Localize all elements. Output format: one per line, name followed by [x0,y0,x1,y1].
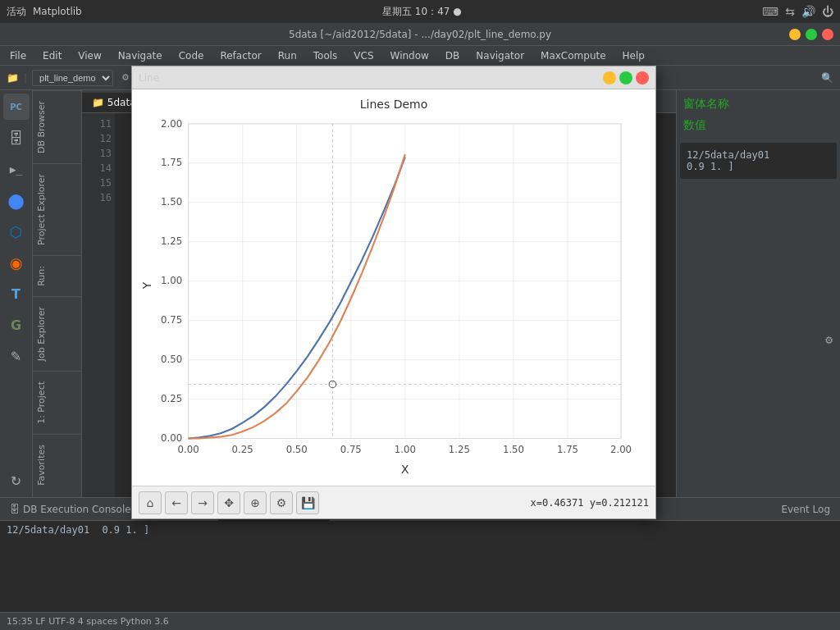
svg-text:1.50: 1.50 [161,196,182,208]
sidebar-icon-typora[interactable]: T [3,281,30,307]
side-tab-favorites[interactable]: Favorites [33,434,81,495]
status-left: 15:35 LF UTF-8 4 spaces Python 3.6 [7,616,169,627]
dialog-maximize-button[interactable] [619,71,632,84]
left-panel: DB Browser Project Explorer Run: Job Exp… [33,90,82,497]
chart-svg: 0.00 0.25 0.50 0.75 1.00 1.25 1.50 1.75 … [140,114,647,483]
chart-area: Lines Demo 0.00 0. [132,89,655,486]
system-bar-left: 活动 Matplotlib [7,5,82,19]
menu-refactor[interactable]: Refactor [213,48,267,63]
system-bar-right: ⌨ ⇆ 🔊 ⏻ [762,5,833,18]
side-tab-run[interactable]: Run: [33,255,81,296]
dialog-toolbar-left: ⌂ ← → ✥ ⊕ ⚙ 💾 [139,491,319,514]
menu-view[interactable]: View [71,48,107,63]
side-tab-db-browser[interactable]: DB Browser [33,90,81,163]
right-label-windowname: 窗体名称 [683,97,833,112]
menu-window[interactable]: Window [384,48,436,63]
svg-text:1.75: 1.75 [161,157,182,168]
bottom-content: 12/5data/day01 0.9 1. ] [0,521,840,612]
menu-code[interactable]: Code [172,48,211,63]
svg-text:0.75: 0.75 [340,444,362,455]
ide-titlebar: 5data [~/aid2012/5data] - .../day02/plt_… [0,23,840,46]
svg-text:0.25: 0.25 [232,444,253,455]
line-numbers: 11 12 13 14 15 16 [82,113,115,497]
menu-run[interactable]: Run [272,48,304,63]
svg-text:X: X [401,463,409,476]
sidebar-icon-firefox[interactable]: ◉ [3,249,30,276]
chart-home-button[interactable]: ⌂ [139,491,162,514]
right-panel-content: 窗体名称 数值 [677,90,840,139]
sidebar-icon-gitahead[interactable]: G [3,312,30,338]
svg-text:1.75: 1.75 [557,444,578,455]
menu-help[interactable]: Help [616,48,651,63]
chart-forward-button[interactable]: → [191,491,214,514]
menu-db[interactable]: DB [439,48,466,63]
side-tab-project[interactable]: 1: Project [33,371,81,434]
sidebar-icon-vscode[interactable]: ⬡ [3,218,30,244]
svg-text:0.25: 0.25 [161,393,182,404]
side-tab-job-explorer[interactable]: Job Explorer [33,296,81,371]
chart-zoom-button[interactable]: ⊕ [244,491,267,514]
svg-text:1.00: 1.00 [395,444,416,455]
menu-vcs[interactable]: VCS [347,48,380,63]
activities-label[interactable]: 活动 [7,5,26,19]
sidebar-icon-terminal[interactable]: ▶_ [3,156,30,182]
left-icon-sidebar: PC 🗄 ▶_ ⬤ ⬡ ◉ T G ✎ ↻ [0,90,33,497]
minimize-button[interactable] [789,29,801,40]
dialog-title: Line [139,72,159,84]
line-number-11: 11 [85,116,112,131]
svg-text:1.00: 1.00 [161,275,182,286]
menu-edit[interactable]: Edit [36,48,68,63]
menu-navigate[interactable]: Navigate [112,48,169,63]
svg-text:2.00: 2.00 [610,444,632,455]
status-bar: 15:35 LF UTF-8 4 spaces Python 3.6 [0,612,840,630]
line-number-14: 14 [85,161,112,176]
dialog-titlebar: Line [132,66,655,89]
dialog-minimize-button[interactable] [603,71,616,84]
svg-text:1.50: 1.50 [503,444,524,455]
dialog-close-button[interactable] [636,71,649,84]
system-bar-clock: 星期五 10：47 ● [382,5,462,19]
sidebar-icon-update[interactable]: ↻ [3,468,30,494]
dialog-toolbar: ⌂ ← → ✥ ⊕ ⚙ 💾 x=0.46371 y=0.212121 [132,486,655,518]
ide-title: 5data [~/aid2012/5data] - .../day02/plt_… [289,29,551,40]
svg-text:Y: Y [140,281,153,290]
menu-maxcompute[interactable]: MaxCompute [534,48,613,63]
search-icon[interactable]: 🔍 [821,72,833,84]
maximize-button[interactable] [806,29,817,40]
db-console-icon: 🗄 [10,504,20,515]
sidebar-icon-chrome[interactable]: ⬤ [3,187,30,213]
menu-tools[interactable]: Tools [307,48,345,63]
toolbar-separator: | [24,72,27,84]
run-config-select[interactable]: plt_line_demo [32,70,113,86]
bottom-output-2: 0.9 1. ] [102,524,149,536]
svg-text:1.25: 1.25 [449,444,470,455]
svg-text:0.50: 0.50 [161,354,182,365]
right-panel-settings[interactable]: ⚙ [824,335,833,346]
svg-text:0.00: 0.00 [178,444,199,455]
sidebar-icon-pycharm[interactable]: PC [3,94,30,120]
chart-save-button[interactable]: 💾 [296,491,319,514]
sidebar-icon-notes[interactable]: ✎ [3,343,30,369]
menu-navigator[interactable]: Navigator [469,48,531,63]
chart-pan-button[interactable]: ✥ [217,491,240,514]
tab-event-log[interactable]: Event Log [771,498,840,521]
bottom-output-1: 12/5data/day01 [7,524,89,536]
chart-back-button[interactable]: ← [165,491,188,514]
side-tab-project-explorer[interactable]: Project Explorer [33,163,81,255]
volume-icon: 🔊 [801,5,815,18]
svg-text:0.75: 0.75 [161,314,182,326]
output-line2: 0.9 1. ] [687,161,830,172]
app-name: Matplotlib [33,6,82,17]
window-controls [789,29,833,40]
svg-text:0.50: 0.50 [286,444,308,455]
tab-db-execution-console[interactable]: 🗄 DB Execution Console [0,498,141,521]
line-number-15: 15 [85,176,112,190]
coord-display: x=0.46371 y=0.212121 [531,497,650,509]
chart-config-button[interactable]: ⚙ [270,491,293,514]
network-icon: ⇆ [785,5,795,18]
dialog-controls [603,71,649,84]
sidebar-icon-db[interactable]: 🗄 [3,125,30,151]
close-button[interactable] [822,29,833,40]
line-number-12: 12 [85,131,112,146]
menu-file[interactable]: File [3,48,33,63]
